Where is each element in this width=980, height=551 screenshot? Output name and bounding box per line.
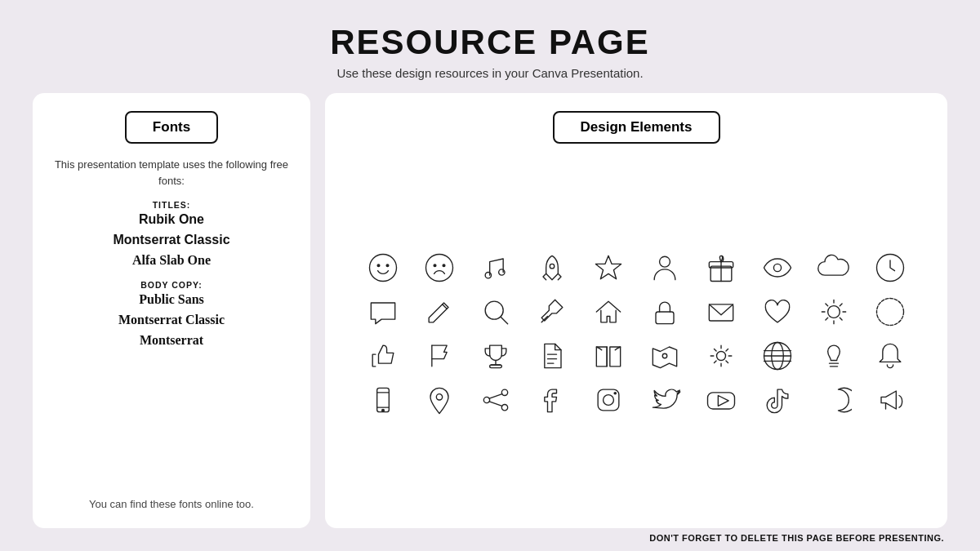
icons-grid — [346, 157, 926, 510]
icon-megaphone — [862, 382, 918, 418]
font-public-sans: Public Sans — [118, 290, 225, 310]
icon-gift — [693, 250, 749, 286]
svg-rect-16 — [656, 312, 674, 324]
svg-point-39 — [603, 394, 613, 405]
icon-gear — [693, 338, 749, 374]
icon-sun — [805, 294, 862, 330]
icon-music — [467, 250, 523, 286]
body-section: BODY COPY: Public Sans Montserrat Classi… — [118, 280, 225, 350]
svg-point-0 — [369, 254, 396, 281]
fonts-heading: Fonts — [125, 111, 218, 144]
page-subtitle: Use these design resources in your Canva… — [330, 66, 650, 80]
svg-point-7 — [498, 269, 504, 274]
icon-phone — [354, 382, 411, 418]
icon-youtube — [693, 382, 749, 418]
icon-clock — [862, 250, 918, 286]
icon-trophy — [467, 338, 523, 374]
icon-sad — [411, 250, 467, 286]
icon-thumbsup — [354, 338, 411, 374]
icon-rocket — [523, 250, 580, 286]
icon-search — [467, 294, 523, 330]
page-title: RESOURCE PAGE — [330, 23, 650, 62]
svg-marker-42 — [718, 395, 728, 406]
icon-smiley — [354, 250, 411, 286]
fonts-description: This presentation template uses the foll… — [54, 157, 289, 189]
icon-location — [411, 382, 467, 418]
font-montserrat-classic-body: Montserrat Classic — [118, 310, 225, 331]
svg-point-3 — [425, 254, 452, 281]
svg-point-35 — [483, 397, 489, 402]
svg-point-5 — [443, 264, 445, 266]
page-header: RESOURCE PAGE Use these design resources… — [330, 23, 650, 80]
svg-rect-20 — [489, 365, 501, 368]
svg-point-34 — [501, 404, 507, 410]
svg-point-32 — [436, 393, 442, 399]
icon-book — [580, 338, 636, 374]
svg-point-31 — [381, 409, 384, 411]
svg-point-40 — [613, 391, 617, 394]
cards-row: Fonts This presentation template uses th… — [33, 93, 947, 528]
svg-point-2 — [386, 264, 389, 266]
icon-tiktok — [749, 382, 805, 418]
svg-point-18 — [827, 305, 840, 318]
fonts-footer: You can find these fonts online too. — [89, 490, 254, 510]
icon-chat — [354, 294, 411, 330]
icon-star — [580, 250, 636, 286]
design-card: Design Elements — [325, 93, 947, 528]
icon-moon — [805, 382, 862, 418]
icon-document — [523, 338, 580, 374]
icon-heart — [749, 294, 805, 330]
font-montserrat-classic-title: Montserrat Classic — [113, 230, 229, 251]
fonts-card: Fonts This presentation template uses th… — [33, 93, 310, 528]
svg-line-36 — [489, 393, 502, 398]
icon-share — [467, 382, 523, 418]
svg-point-22 — [716, 351, 725, 360]
titles-section: TITLES: Rubik One Montserrat Classic Alf… — [113, 200, 229, 270]
font-rubik: Rubik One — [113, 210, 229, 230]
icon-pin — [523, 294, 580, 330]
svg-point-13 — [773, 264, 781, 271]
icon-bell — [862, 338, 918, 374]
icon-placeholder2 — [862, 294, 918, 330]
icon-lock — [636, 294, 693, 330]
svg-point-6 — [485, 272, 491, 278]
icon-instagram — [580, 382, 636, 418]
design-heading: Design Elements — [553, 111, 720, 144]
body-label: BODY COPY: — [118, 280, 225, 290]
footer-note: DON'T FORGET TO DELETE THIS PAGE BEFORE … — [33, 528, 947, 543]
font-alfa: Alfa Slab One — [113, 251, 229, 271]
icon-globe — [749, 338, 805, 374]
svg-marker-9 — [595, 256, 621, 278]
icon-lightbulb — [805, 338, 862, 374]
svg-point-10 — [659, 256, 670, 267]
svg-rect-41 — [707, 392, 734, 408]
titles-label: TITLES: — [113, 200, 229, 210]
icon-flag — [411, 338, 467, 374]
svg-point-8 — [550, 264, 555, 269]
icon-person — [636, 250, 693, 286]
svg-point-33 — [501, 389, 507, 395]
icon-home — [580, 294, 636, 330]
svg-point-1 — [377, 264, 380, 266]
svg-point-15 — [485, 301, 503, 319]
icon-mail — [693, 294, 749, 330]
svg-point-4 — [434, 264, 436, 266]
icon-facebook — [523, 382, 580, 418]
icon-settings-map — [636, 338, 693, 374]
icon-cloud — [805, 250, 862, 286]
svg-point-21 — [662, 353, 667, 358]
svg-rect-28 — [376, 388, 389, 411]
icon-twitter — [636, 382, 693, 418]
svg-line-37 — [489, 401, 502, 406]
icon-eye — [749, 250, 805, 286]
svg-point-19 — [876, 298, 903, 325]
font-montserrat: Montserrat — [118, 331, 225, 351]
icon-pencil — [411, 294, 467, 330]
